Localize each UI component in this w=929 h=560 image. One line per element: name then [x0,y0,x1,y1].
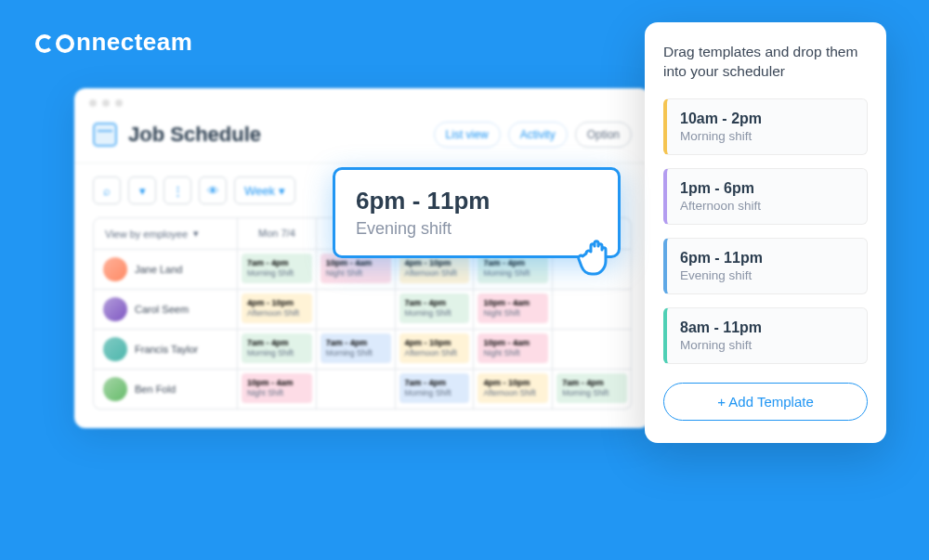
avatar [103,257,127,281]
employee-name: Francis Taylor [135,344,198,355]
template-time: 10am - 2pm [680,111,854,127]
shift-cell[interactable] [317,370,396,409]
shift-cell[interactable]: 10pm - 4amNight Shift [238,370,317,409]
employee-cell[interactable]: Ben Fold [94,370,238,409]
employee-cell[interactable]: Jane Land [94,250,238,289]
week-selector[interactable]: Week ▾ [234,176,295,204]
template-time: 8am - 11pm [680,319,854,336]
shift-cell[interactable]: 7am - 4pmMorning Shift [317,330,396,369]
visibility-button[interactable]: 👁 [199,176,227,204]
shift-cell[interactable]: 4pm - 10pmAfternoon Shift [396,330,475,369]
options-button[interactable]: Option [575,122,632,148]
scheduler-window: Job Schedule List view Activity Option ⌕… [74,88,650,428]
shift-cell[interactable] [317,290,396,329]
search-button[interactable]: ⌕ [93,176,121,204]
add-template-button[interactable]: + Add Template [663,383,868,421]
list-view-button[interactable]: List view [434,122,501,148]
filter-button[interactable]: ▾ [128,176,156,204]
window-controls [74,88,650,114]
dragged-template-time: 6pm - 11pm [356,187,597,215]
week-label: Week [244,184,275,198]
schedule-row: Francis Taylor 7am - 4pmMorning Shift 7a… [93,330,632,370]
eye-icon: 👁 [207,184,219,198]
schedule-row: Carol Seem 4pm - 10pmAfternoon Shift 7am… [93,290,632,330]
shift-cell[interactable]: 10pm - 4amNight Shift [474,330,553,369]
template-label: Morning shift [680,129,854,143]
shift-cell[interactable] [553,330,631,369]
shift-cell[interactable]: 7am - 4pmMorning Shift [396,290,475,329]
shift-cell[interactable]: 4pm - 10pmAfternoon Shift [474,370,553,409]
shift-cell[interactable]: 7am - 4pmMorning Shift [238,250,317,289]
search-icon: ⌕ [103,184,111,198]
view-by-label: View by employee [105,228,188,240]
window-dot-icon [102,99,110,107]
chevron-down-icon: ▾ [279,184,285,198]
filter-icon: ▾ [139,184,146,198]
employee-name: Ben Fold [135,384,176,395]
schedule-row: Ben Fold 10pm - 4amNight Shift 7am - 4pm… [93,370,632,410]
window-dot-icon [115,99,123,107]
templates-panel-title: Drag templates and drop them into your s… [663,43,868,82]
dragged-template-label: Evening shift [356,219,597,239]
chevron-down-icon: ▾ [193,228,199,240]
template-time: 1pm - 6pm [680,180,854,197]
employee-name: Jane Land [135,264,182,275]
more-button[interactable]: ⋮ [164,176,191,204]
shift-cell[interactable]: 4pm - 10pmAfternoon Shift [238,290,317,329]
logo-c-icon [35,34,54,53]
page-title: Job Schedule [128,123,434,147]
view-by-selector[interactable]: View by employee ▾ [94,218,238,249]
template-label: Morning shift [680,338,854,352]
employee-cell[interactable]: Francis Taylor [94,330,238,369]
avatar [103,337,127,361]
window-dot-icon [89,99,97,107]
avatar [103,377,127,401]
activity-button[interactable]: Activity [508,122,568,148]
logo-o-icon [56,34,74,53]
template-label: Evening shift [680,268,854,282]
template-card[interactable]: 6pm - 11pm Evening shift [663,238,868,294]
shift-cell[interactable]: 7am - 4pmMorning Shift [396,370,475,409]
template-label: Afternoon shift [680,199,854,213]
day-header: Mon 7/4 [238,218,317,249]
template-card[interactable]: 10am - 2pm Morning shift [663,98,868,155]
window-header: Job Schedule List view Activity Option [74,114,650,163]
templates-panel: Drag templates and drop them into your s… [645,22,886,443]
more-icon: ⋮ [172,184,184,198]
employee-name: Carol Seem [135,304,189,315]
template-card[interactable]: 1pm - 6pm Afternoon shift [663,168,868,225]
brand-logo: nnecteam [35,28,192,57]
brand-text: nnecteam [76,28,192,57]
employee-cell[interactable]: Carol Seem [94,290,238,329]
shift-cell[interactable]: 7am - 4pmMorning Shift [238,330,317,369]
grab-cursor-icon [571,228,623,283]
avatar [103,297,127,321]
shift-cell[interactable]: 10pm - 4amNight Shift [474,290,553,329]
shift-cell[interactable] [553,290,631,329]
shift-cell[interactable]: 7am - 4pmMorning Shift [553,370,631,409]
calendar-icon [93,123,117,147]
template-card[interactable]: 8am - 11pm Morning shift [663,307,868,364]
template-time: 6pm - 11pm [680,250,854,267]
